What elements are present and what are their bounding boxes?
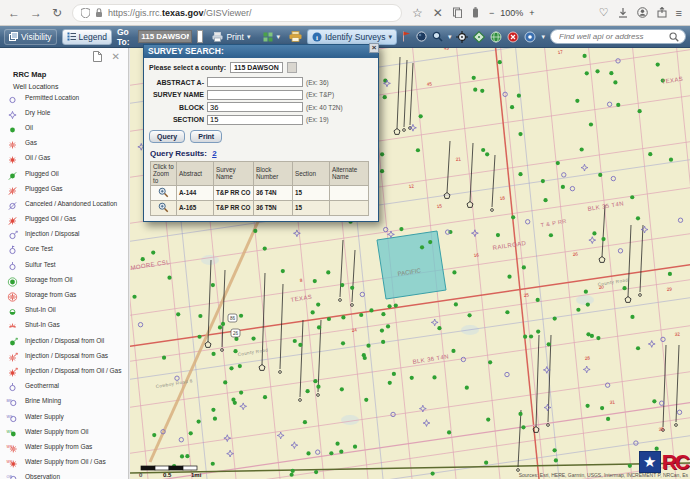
blue-marker-icon[interactable]: [524, 31, 536, 43]
query-button[interactable]: Query: [149, 130, 185, 143]
legend-item: Injection / Disposal from Gas: [0, 350, 128, 365]
county-dropdown-button[interactable]: [287, 62, 297, 73]
legend-item-label: Core Test: [25, 245, 126, 252]
red-marker-icon[interactable]: [507, 31, 519, 43]
sphere-icon[interactable]: [416, 31, 427, 42]
print-button[interactable]: Print ▾: [208, 30, 254, 44]
block-input[interactable]: [207, 102, 303, 112]
results-table: Click to Zoom toAbstractSurvey NameBlock…: [150, 161, 369, 216]
texas-star-icon: ★: [639, 451, 661, 473]
legend-item-label: Water Supply: [25, 413, 126, 420]
legend-item: Shut-In Gas: [0, 320, 128, 335]
results-column-header: Alternate Name: [330, 161, 369, 185]
basemap-grid-button[interactable]: ▾: [259, 30, 284, 44]
legend-item: OBObservation: [0, 472, 128, 479]
legend-symbol-icon: [6, 291, 19, 303]
dialog-title: SURVEY SEARCH:: [148, 46, 224, 56]
legend-item: Sulfur Test: [0, 259, 128, 274]
legend-symbol-icon: WS: [6, 443, 19, 455]
dialog-titlebar[interactable]: SURVEY SEARCH: ×: [144, 45, 378, 58]
results-column-header: Abstract: [177, 161, 214, 185]
url-bar[interactable]: https://gis.rrc.texas.gov/GISViewer/: [72, 4, 402, 22]
back-icon[interactable]: ←: [8, 6, 20, 20]
legend-item-label: Injection / Disposal from Gas: [25, 352, 126, 359]
survey-search-dialog: SURVEY SEARCH: × Please select a county:…: [143, 44, 379, 222]
legend-item: Oil / Gas: [0, 153, 128, 168]
result-row[interactable]: A-165T&P RR CO36 T5N15: [151, 200, 369, 215]
legend-item: Injection / Disposal: [0, 229, 128, 244]
identify-surveys-button[interactable]: i Identify Surveys ▾: [307, 29, 397, 45]
goto-clear-box[interactable]: [197, 30, 203, 43]
legend-symbol-icon: [6, 185, 19, 197]
crosshair-icon[interactable]: [456, 31, 468, 43]
battery-icon[interactable]: [472, 7, 479, 18]
legend-item-label: Injection / Disposal from Oil: [25, 337, 126, 344]
legend-item: Shut-In Oil: [0, 305, 128, 320]
flag-icon[interactable]: [402, 31, 411, 42]
rrc-logo: ★ RC: [639, 450, 688, 474]
legend-symbol-icon: WS: [6, 458, 19, 470]
survey-name-input[interactable]: [207, 90, 303, 100]
legend-symbol-icon: [6, 245, 19, 257]
chevron-down-icon[interactable]: ▾: [448, 33, 452, 41]
legend-symbol-icon: [6, 109, 19, 121]
chevron-down-icon[interactable]: ▾: [541, 33, 545, 41]
print-map-icon[interactable]: [289, 31, 302, 42]
county-select[interactable]: 115 DAWSON: [230, 62, 283, 73]
results-count-link[interactable]: 2: [212, 149, 216, 158]
pocket-icon[interactable]: ♡: [599, 6, 609, 19]
shield-icon: [81, 8, 90, 18]
legend-item-label: Sulfur Test: [25, 261, 126, 268]
legend-item-label: Gas: [25, 139, 126, 146]
legend-item: Dry Hole: [0, 107, 128, 122]
close-icon[interactable]: ×: [369, 43, 379, 53]
zoom-out-button[interactable]: −: [489, 8, 494, 18]
legend-item: Storage from Oil: [0, 274, 128, 289]
share-icon[interactable]: [657, 7, 667, 18]
menu-icon[interactable]: ≡: [676, 7, 682, 19]
visibility-button[interactable]: Visibility: [4, 29, 57, 45]
panel-title: RRC Map: [0, 68, 128, 79]
extension-x-icon[interactable]: ✕: [433, 6, 443, 20]
print-results-button[interactable]: Print: [190, 130, 222, 143]
legend-item-label: Permitted Location: [25, 94, 126, 101]
globe-icon[interactable]: [490, 31, 502, 43]
legend-panel[interactable]: ✕ RRC Map Well Locations Permitted Locat…: [0, 48, 129, 479]
lock-icon: [95, 8, 103, 18]
svg-text:26: 26: [233, 331, 239, 336]
search-icon[interactable]: [669, 32, 679, 42]
grid-icon: [263, 32, 273, 42]
search-tool-icon[interactable]: [432, 31, 443, 42]
goto-input[interactable]: [138, 30, 192, 43]
clipboard-icon[interactable]: [453, 7, 462, 18]
find-well-search[interactable]: [550, 29, 686, 44]
abstract-input[interactable]: [207, 77, 303, 87]
legend-item: Gas: [0, 138, 128, 153]
account-icon[interactable]: [637, 7, 648, 18]
legend-item-label: Storage from Gas: [25, 291, 126, 298]
zoom-in-button[interactable]: +: [529, 8, 534, 18]
results-column-header: Block Number: [254, 161, 293, 185]
legend-symbol-icon: [6, 230, 19, 242]
zoom-level: 100%: [500, 8, 523, 18]
legend-symbol-icon: BR: [6, 397, 19, 409]
legend-symbol-icon: [6, 337, 19, 349]
zoom-to-result-icon[interactable]: [158, 187, 169, 198]
diamond-icon[interactable]: [473, 31, 485, 43]
results-column-header: Survey Name: [214, 161, 254, 185]
legend-button[interactable]: Legend: [62, 29, 112, 45]
result-row[interactable]: A-144T&P RR CO36 T4N15: [151, 185, 369, 200]
forward-icon[interactable]: →: [30, 6, 42, 20]
legend-item-label: Injection / Disposal: [25, 230, 126, 237]
download-icon[interactable]: [618, 8, 628, 18]
section-input[interactable]: [207, 115, 303, 125]
legend-item-label: Water Supply from Oil / Gas: [25, 458, 126, 465]
reload-icon[interactable]: ↻: [52, 6, 62, 20]
zoom-to-result-icon[interactable]: [158, 202, 169, 213]
legend-symbol-icon: [6, 215, 19, 227]
close-icon[interactable]: ✕: [112, 51, 120, 62]
legend-item-label: Canceled / Abandoned Location: [25, 200, 126, 207]
export-page-icon[interactable]: [93, 51, 102, 64]
bookmark-star-icon[interactable]: ☆: [412, 6, 423, 20]
search-input[interactable]: [557, 31, 665, 42]
